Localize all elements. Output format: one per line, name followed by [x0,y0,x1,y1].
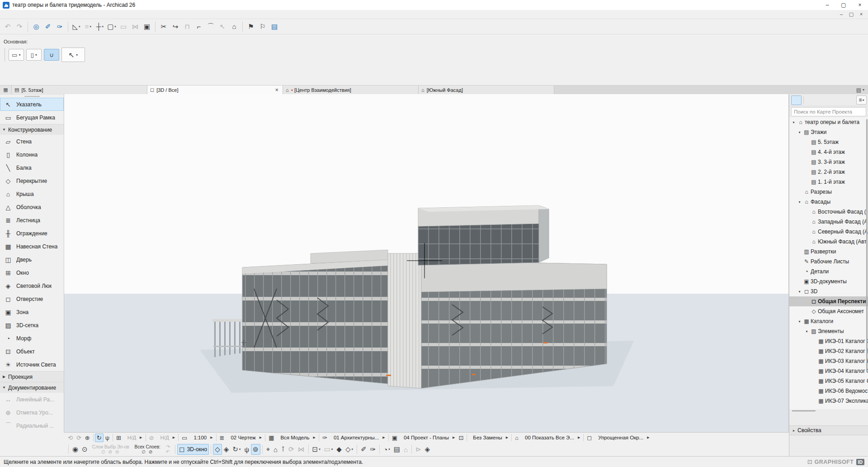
bottom-toolbar-button[interactable]: ◔ ▾ [382,444,392,455]
tree-item[interactable]: ⌂ Северный Фасад (А [789,227,868,237]
quick-option[interactable]: ⌂ [513,434,520,442]
toolbar-button[interactable]: ┼ ▾ [94,21,105,33]
quick-option[interactable]: ▦ [267,434,276,442]
toolbox-item[interactable]: ☀ Источник Света [0,358,64,371]
expander-icon[interactable]: ▾ [791,120,797,124]
toolbox-item[interactable]: △ Оболочка [0,200,64,214]
quick-option[interactable]: ▣ [390,434,399,442]
bottom-toolbar-button[interactable]: Всех Слоев: ∅ ⊘ [132,444,163,455]
toolbox-item[interactable]: ╫ Ограждение [0,227,64,240]
view-tab[interactable]: ⌂ ● [Центр Взаимодействия] [283,86,419,94]
quick-option[interactable]: ✑ [321,434,329,442]
bottom-toolbar-button[interactable]: ⌖ [264,444,272,455]
tab-overflow-button[interactable]: ▤ ▾ [856,86,868,94]
panel-grip[interactable] [24,96,40,97]
toolbox-item[interactable]: ▯ Колонна [0,148,64,161]
toolbar-button[interactable]: ▣ [142,21,152,33]
bottom-toolbar-button[interactable]: ✑ [368,444,378,455]
navigator-action-button[interactable] [791,415,801,424]
tree-item[interactable]: ◔ Детали [789,267,868,276]
bottom-toolbar-button[interactable]: ψ [242,444,251,455]
toolbar-button[interactable]: ⌐ [193,21,204,33]
quick-option[interactable]: Без Замены ▶ [468,434,510,442]
expander-icon[interactable]: ▾ [797,130,802,134]
tree-item[interactable]: ▤ 3. 3-й этаж [789,157,868,167]
navigator-map-button[interactable] [806,95,816,105]
tree-item[interactable]: ▾ ▨ Элементы [789,326,868,336]
bottom-toolbar-button[interactable]: ◇ [213,444,222,455]
tree-item[interactable]: ◇ Общая Аксономет [789,306,868,316]
expander-icon[interactable]: ▾ [797,290,802,294]
toolbox-item[interactable]: ◻ Отверстие [0,292,64,305]
scrollbar-thumb[interactable] [866,119,868,372]
bottom-toolbar-button[interactable]: ◉ [71,444,80,455]
option-button[interactable]: ▭ ▸ [9,49,24,61]
tree-item[interactable]: ▦ ИКЭ-04 Каталог С [789,366,868,376]
bottom-toolbar-button[interactable]: ✐ [359,444,368,455]
quick-option[interactable]: ⊡ [457,434,465,442]
tree-item[interactable]: ▾ ▦ Каталоги [789,316,868,326]
toolbox-item[interactable]: ◫ Дверь [0,253,64,266]
navigator-map-button[interactable] [791,95,802,105]
toolbox-item[interactable]: ▶ Проекция [0,371,64,382]
expander-icon[interactable]: ▾ [797,319,802,324]
bottom-toolbar-button[interactable]: ⊡ ▾ [311,444,322,455]
3d-viewport[interactable] [64,94,789,432]
tree-item[interactable]: ⌂ Восточный Фасад ( [789,207,868,217]
quick-option[interactable]: 00 Показать Все Э... ▶ [520,434,582,442]
tab-overview-button[interactable]: ▦ [0,86,12,94]
toolbar-button[interactable]: ↪ [170,21,181,33]
toolbox-item[interactable]: ▱ Стена [0,135,64,148]
toolbox-item[interactable]: ⌒ Радиальный ... [0,419,64,432]
tree-item[interactable]: ▥ Развертки [789,247,868,257]
toolbar-handle[interactable] [5,48,5,62]
bottom-toolbar-button[interactable]: ⟳ [287,444,296,455]
bottom-toolbar-button[interactable]: ⋈ [296,444,307,455]
toolbox-item[interactable]: ↔ Линейный Ра... [0,393,64,406]
bottom-toolbar-button[interactable]: ↻ ▾ [231,444,242,455]
navigator-action-button[interactable] [805,415,815,424]
toolbar-button[interactable]: ▭ [118,21,129,33]
navigator-map-button[interactable] [828,95,839,105]
properties-section-header[interactable]: ▸ Свойства [789,425,868,435]
maximize-button[interactable]: ▢ [835,0,852,10]
quick-option[interactable]: Упрощенная Окр... ▶ [594,434,651,442]
toolbar-button[interactable]: ✑ [54,21,65,33]
tree-item[interactable]: ▦ ИКЭ-07 Эксплика [789,396,868,406]
toolbar-button[interactable]: ◺ ▾ [71,21,82,33]
tab-close-button[interactable]: × [274,86,280,93]
mdi-close-button[interactable]: × [856,11,866,17]
tree-item[interactable]: ▦ [789,406,868,409]
toolbar-button[interactable]: ⚐ [257,21,268,33]
toolbox-item[interactable]: ◇ Перекрытие [0,174,64,187]
quick-option[interactable]: Вся Модель ▶ [276,434,317,442]
quick-option[interactable]: ≣ [218,434,226,442]
toolbar-button[interactable]: ▤ [269,21,280,33]
toolbox-item[interactable]: ≣ Лестница [0,214,64,227]
toolbar-button[interactable]: ⚑ [245,21,256,33]
toolbar-button[interactable]: ▢ ▾ [106,21,117,33]
tree-item[interactable]: ▦ ИКЭ-06 Ведомост [789,386,868,396]
bottom-toolbar-button[interactable]: ◈ [423,444,432,455]
tree-item[interactable]: ▦ ИКЭ-01 Каталог С [789,336,868,346]
tree-item[interactable]: ▾ ◻ 3D [789,286,868,296]
toolbox-item[interactable]: ▣ Зона [0,305,64,319]
tree-item[interactable]: ▦ ИКЭ-03 Каталог Д [789,356,868,366]
toolbar-button[interactable]: ↷ [14,21,25,33]
tree-item[interactable]: ▾ ⌂ театр оперы и балета [789,117,868,127]
quick-option[interactable]: ⊞ [114,434,123,442]
tree-item[interactable]: ▾ ⌂ Фасады [789,197,868,207]
quick-option[interactable]: ↻ [95,434,104,442]
bottom-toolbar-button[interactable]: ▤ [392,444,402,455]
toolbar-button[interactable]: ↖ [217,21,228,33]
quick-option[interactable]: 1:100 ▶ [189,434,214,442]
option-button[interactable]: ▯ ▸ [26,49,42,61]
quick-option[interactable]: ⊘ [147,434,156,442]
quick-option[interactable]: Н/Д ▶ [156,434,177,442]
quick-option[interactable]: ⊕ [83,434,92,442]
toolbox-item[interactable]: ⊡ Объект [0,345,64,358]
bottom-toolbar-button[interactable]: ⊙ [80,444,90,455]
toolbox-item[interactable]: ⊞ Окно [0,266,64,279]
navigator-menu-button[interactable]: ≡ ▸ [856,95,867,105]
bottom-toolbar-button[interactable]: ◇ ▾ [344,444,355,455]
